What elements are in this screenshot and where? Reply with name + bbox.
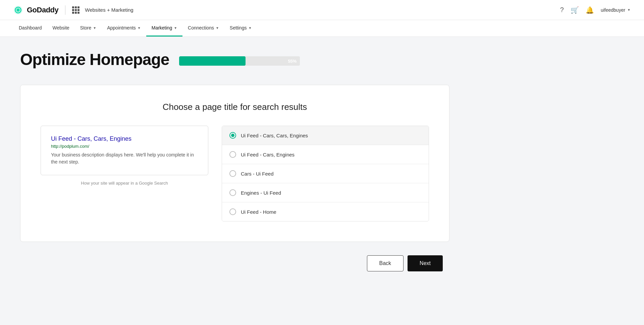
bell-icon[interactable]: 🔔 (586, 6, 594, 14)
connections-chevron-icon: ▼ (216, 26, 219, 30)
header-right: ? 🛒 🔔 uifeedbuyer ▼ (560, 6, 631, 14)
google-preview: Ui Feed - Cars, Cars, Engines http://pod… (41, 126, 208, 175)
footer-buttons: Back Next (20, 255, 449, 271)
google-preview-title: Ui Feed - Cars, Cars, Engines (51, 135, 198, 142)
radio-circle-2 (229, 151, 236, 158)
nav-item-settings[interactable]: Settings ▼ (224, 20, 257, 37)
page-title: Optimize Homepage (20, 50, 169, 69)
radio-circle-4 (229, 189, 236, 196)
card-content: Ui Feed - Cars, Cars, Engines http://pod… (41, 126, 429, 221)
main-content: Optimize Homepage 55% Choose a page titl… (0, 37, 470, 285)
google-preview-wrapper: Ui Feed - Cars, Cars, Engines http://pod… (41, 126, 208, 186)
cart-icon[interactable]: 🛒 (571, 6, 579, 14)
card-title: Choose a page title for search results (41, 102, 429, 112)
nav-item-connections[interactable]: Connections ▼ (182, 20, 224, 37)
radio-option-4[interactable]: Engines - Ui Feed (222, 183, 429, 202)
radio-inner-1 (231, 134, 234, 137)
google-caption: How your site will appear in a Google Se… (41, 181, 208, 186)
back-button[interactable]: Back (367, 255, 404, 271)
appointments-chevron-icon: ▼ (138, 26, 141, 30)
google-preview-desc: Your business description displays here.… (51, 152, 194, 165)
radio-option-1[interactable]: Ui Feed - Cars, Cars, Engines (222, 126, 429, 145)
radio-label-4: Engines - Ui Feed (241, 190, 281, 196)
radio-option-3[interactable]: Cars - Ui Feed (222, 164, 429, 183)
radio-circle-3 (229, 170, 236, 177)
main-nav: Dashboard Website Store ▼ Appointments ▼… (0, 20, 644, 37)
header-divider (65, 5, 65, 15)
nav-item-appointments[interactable]: Appointments ▼ (102, 20, 146, 37)
main-card: Choose a page title for search results U… (20, 85, 449, 242)
next-button[interactable]: Next (408, 255, 443, 271)
radio-option-2[interactable]: Ui Feed - Cars, Engines (222, 145, 429, 164)
radio-label-1: Ui Feed - Cars, Cars, Engines (241, 133, 308, 138)
progress-bar-fill (179, 56, 246, 66)
nav-item-website[interactable]: Website (47, 20, 75, 37)
nav-item-dashboard[interactable]: Dashboard (13, 20, 47, 37)
grid-icon[interactable] (72, 6, 79, 14)
user-menu[interactable]: uifeedbuyer ▼ (601, 7, 631, 13)
settings-chevron-icon: ▼ (248, 26, 252, 30)
google-preview-url: http://podplum.com/ (51, 144, 198, 149)
logo-text: GoDaddy (27, 6, 58, 14)
logo-area: GoDaddy (13, 5, 58, 15)
radio-circle-1 (229, 132, 236, 139)
radio-label-3: Cars - Ui Feed (241, 171, 274, 177)
godaddy-logo-icon (13, 5, 23, 15)
user-chevron-icon: ▼ (627, 8, 631, 12)
radio-options-list: Ui Feed - Cars, Cars, Engines Ui Feed - … (222, 126, 429, 221)
radio-label-5: Ui Feed - Home (241, 209, 276, 215)
radio-circle-5 (229, 208, 236, 215)
header: GoDaddy Websites + Marketing ? 🛒 🔔 uifee… (0, 0, 644, 20)
nav-item-marketing[interactable]: Marketing ▼ (146, 20, 182, 37)
marketing-chevron-icon: ▼ (174, 26, 177, 30)
nav-item-store[interactable]: Store ▼ (75, 20, 102, 37)
store-chevron-icon: ▼ (93, 26, 96, 30)
radio-option-5[interactable]: Ui Feed - Home (222, 202, 429, 221)
page-header-row: Optimize Homepage 55% (20, 50, 449, 71)
progress-bar: 55% (179, 56, 300, 66)
radio-label-2: Ui Feed - Cars, Engines (241, 152, 294, 157)
username: uifeedbuyer (601, 7, 625, 13)
progress-area: 55% (179, 56, 300, 66)
progress-label: 55% (288, 58, 297, 63)
help-icon[interactable]: ? (560, 6, 564, 14)
brand-name: Websites + Marketing (85, 7, 133, 13)
